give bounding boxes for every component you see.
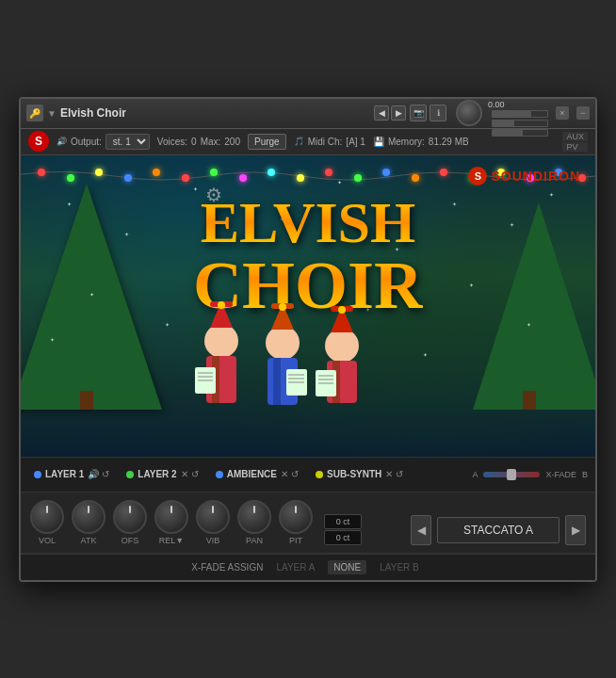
elves-svg — [186, 301, 430, 405]
output-icon: 🔊 — [57, 137, 67, 146]
memory-value: 81.29 MB — [429, 137, 469, 147]
xfade-a-label: A — [472, 470, 478, 479]
atk-knob[interactable] — [72, 500, 105, 534]
midi-info: 🎵 Midi Ch: [A] 1 — [294, 137, 365, 147]
voices-label: Voices: — [157, 137, 187, 147]
info-icon[interactable]: ℹ — [430, 105, 446, 121]
subsynth-mute[interactable]: ✕ — [385, 469, 393, 479]
art-prev-button[interactable]: ◀ — [411, 515, 431, 545]
xfade-slider[interactable] — [483, 472, 540, 477]
layer2-label: LAYER 2 — [138, 469, 176, 479]
pan-knob-group: PAN — [237, 500, 271, 545]
plugin-window: 🔑 ▼ Elvish Choir ◀ ▶ 📷 ℹ Tune 0.00 — [19, 97, 597, 582]
artwork-title: ELVISH CHOIR — [193, 193, 423, 319]
xfade-label: X-FADE — [545, 470, 576, 479]
slider-1[interactable] — [492, 110, 548, 118]
subsynth-item[interactable]: SUB-SYNTH ✕ ↺ — [310, 469, 414, 479]
xfade-assign-bar: X-FADE ASSIGN LAYER A NONE LAYER B — [21, 554, 595, 580]
instrument-title: Elvish Choir — [60, 106, 370, 120]
vib-knob-group: VIB — [196, 500, 230, 545]
nav-next-button[interactable]: ▶ — [391, 105, 406, 121]
vol-knob[interactable] — [30, 500, 64, 534]
max-label: Max: — [201, 137, 221, 147]
rel-label: REL▼ — [159, 536, 184, 545]
ambience-controls: ✕ ↺ — [281, 469, 299, 479]
subsynth-label: SUB-SYNTH — [327, 469, 381, 479]
layer1-speaker[interactable]: 🔊 — [88, 469, 99, 479]
tree-trunk-right — [523, 391, 536, 410]
midi-icon: 🎵 — [294, 137, 304, 146]
layer2-mute[interactable]: ✕ — [181, 469, 188, 479]
vib-label: VIB — [206, 536, 220, 545]
tune-label: Tune — [488, 97, 507, 100]
nav-prev-button[interactable]: ◀ — [374, 105, 389, 121]
svg-point-3 — [218, 301, 225, 309]
purge-button[interactable]: Purge — [248, 134, 286, 150]
svg-point-20 — [325, 329, 359, 363]
ambience-mute[interactable]: ✕ — [281, 469, 288, 479]
soundiron-logo-s: S — [28, 131, 49, 152]
soundiron-logo: S SOUNDIRON — [468, 167, 580, 186]
svg-rect-15 — [273, 358, 281, 405]
tree-left — [21, 184, 162, 410]
layer2-loop[interactable]: ↺ — [191, 469, 199, 479]
art-next-button[interactable]: ▶ — [565, 515, 586, 545]
controls-bar: VOL ATK OFS REL▼ VIB PAN — [21, 492, 595, 554]
voices-value: 0 — [191, 137, 197, 147]
atk-label: ATK — [81, 536, 97, 545]
minus-button[interactable]: − — [576, 106, 590, 120]
svg-point-13 — [279, 303, 286, 311]
aux-label: AUX — [562, 132, 588, 141]
close-button[interactable]: × — [556, 106, 569, 120]
ambience-item[interactable]: AMBIENCE ✕ ↺ — [210, 469, 310, 479]
pit-knob[interactable] — [279, 500, 313, 534]
right-sliders — [492, 110, 548, 137]
pit-knob-group: PIT — [279, 500, 313, 545]
camera-icon[interactable]: 📷 — [410, 105, 427, 121]
memory-label: Memory: — [388, 137, 425, 147]
output-select[interactable]: st. 1 — [105, 134, 150, 150]
pitch-display: 0 ct 0 ct — [324, 514, 362, 545]
pitch-val-1: 0 ct — [324, 514, 362, 529]
layer-bar: LAYER 1 🔊 ↺ LAYER 2 ✕ ↺ AMBIENCE ✕ ↺ SUB — [21, 457, 595, 492]
tune-knob[interactable] — [456, 100, 482, 126]
layer1-loop[interactable]: ↺ — [102, 469, 109, 479]
layer2-dot — [126, 471, 134, 478]
ambience-loop[interactable]: ↺ — [291, 469, 299, 479]
svg-point-23 — [338, 306, 346, 314]
vib-knob[interactable] — [196, 500, 230, 534]
atk-knob-group: ATK — [72, 500, 105, 545]
svg-point-0 — [204, 324, 238, 358]
rel-knob[interactable] — [154, 500, 188, 534]
ambience-label: AMBIENCE — [227, 469, 277, 479]
pv-label: PV — [562, 142, 588, 152]
xfa-layer-b[interactable]: LAYER B — [374, 560, 425, 574]
subsynth-dot — [316, 471, 323, 478]
layer1-item[interactable]: LAYER 1 🔊 ↺ — [28, 469, 121, 479]
layer2-controls: ✕ ↺ — [181, 469, 199, 479]
midi-value: [A] 1 — [346, 137, 365, 147]
tree-right — [473, 202, 595, 410]
subsynth-controls: ✕ ↺ — [385, 469, 403, 479]
xfa-layer-a[interactable]: LAYER A — [270, 560, 320, 574]
pitch-val-2: 0 ct — [324, 530, 362, 545]
xfa-label: X-FADE ASSIGN — [191, 562, 263, 573]
nav-buttons: ◀ ▶ — [374, 105, 406, 121]
subsynth-loop[interactable]: ↺ — [396, 469, 403, 479]
dropdown-arrow[interactable]: ▼ — [47, 108, 57, 119]
memory-info: 💾 Memory: 81.29 MB — [373, 137, 469, 147]
voices-info: Voices: 0 Max: 200 — [157, 137, 240, 147]
xfa-none[interactable]: NONE — [328, 560, 366, 574]
layer2-item[interactable]: LAYER 2 ✕ ↺ — [121, 469, 209, 479]
output-info: 🔊 Output: st. 1 — [57, 134, 150, 150]
instrument-icon: 🔑 — [26, 105, 43, 121]
ofs-knob[interactable] — [113, 500, 147, 534]
pit-label: PIT — [289, 536, 302, 545]
aux-pv-section: AUX PV — [562, 132, 588, 152]
xfade-b-label: B — [582, 470, 588, 479]
vol-label: VOL — [39, 536, 56, 545]
ambience-dot — [216, 471, 223, 478]
slider-3[interactable] — [492, 129, 548, 137]
pan-knob[interactable] — [237, 500, 271, 534]
slider-2[interactable] — [492, 120, 548, 127]
